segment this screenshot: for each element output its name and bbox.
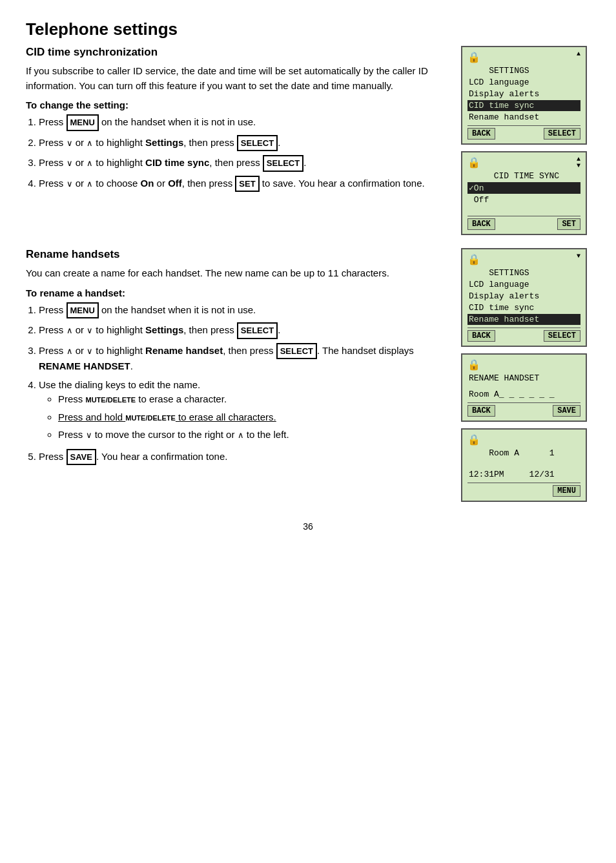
scroll-arrows-3: ▼ xyxy=(577,253,580,260)
rename-text-content: Rename handsets You can create a name fo… xyxy=(26,248,448,502)
cid-steps-list: Press MENU on the handset when it is not… xyxy=(26,114,448,192)
settings-bold-2: Settings xyxy=(145,324,183,335)
scroll-down-2: ▼ xyxy=(577,163,580,169)
rename-screen-2-softkeys: BACK SAVE xyxy=(467,402,580,417)
phone-icon-4: 🔒 xyxy=(467,359,480,371)
cid-heading: CID time synchronization xyxy=(26,46,448,59)
rename-screens: 🔒 ▼ SETTINGS LCD language Display alerts… xyxy=(461,248,590,502)
select-key-2: SELECT xyxy=(263,155,303,172)
menu-softkey: MENU xyxy=(553,485,580,497)
rename-handset-display: RENAME HANDSET xyxy=(39,360,130,371)
arrow-up-4: ∧ xyxy=(67,324,73,337)
select-softkey-1: SELECT xyxy=(544,128,580,140)
arrow-down-1: ∨ xyxy=(67,137,73,150)
menu-key-2: MENU xyxy=(67,302,99,319)
select-key-1: SELECT xyxy=(237,135,278,152)
phone-icon-3: 🔒 xyxy=(467,253,480,266)
cid-screen-1-header: 🔒 ▲ xyxy=(467,51,580,64)
phone-icon-2: 🔒 xyxy=(467,156,480,169)
scroll-down-3: ▼ xyxy=(577,253,580,260)
phone-icon-5: 🔒 xyxy=(467,433,480,446)
rename-screen3-name: Room A 1 xyxy=(467,448,580,459)
menu-key-1: MENU xyxy=(67,114,99,131)
rename-screen1-line4: CID time sync xyxy=(467,302,580,313)
rename-sub-heading: To rename a handset: xyxy=(26,287,448,298)
rename-heading: Rename handsets xyxy=(26,248,448,261)
cid-screen-2-header: 🔒 ▲ ▼ xyxy=(467,156,580,169)
cid-section: CID time synchronization If you subscrib… xyxy=(26,46,590,235)
arrow-down-2: ∨ xyxy=(67,157,73,170)
cid-screens: 🔒 ▲ SETTINGS LCD language Display alerts… xyxy=(461,46,590,235)
screen1-line5: Rename handset xyxy=(467,112,580,123)
cid-screen-2-softkeys: BACK SET xyxy=(467,216,580,230)
set-key: SET xyxy=(235,176,259,192)
rename-bullet-1: Press MUTE/DELETE to erase a character. xyxy=(58,392,448,407)
page-title: Telephone settings xyxy=(26,19,590,39)
cid-screen-2: 🔒 ▲ ▼ CID TIME SYNC ✓On Off BACK SET xyxy=(461,151,587,235)
rename-screen1-line3: Display alerts xyxy=(467,291,580,302)
rename-step-5: Press SAVE. You hear a confirmation tone… xyxy=(39,449,448,466)
rename-handset-bold: Rename handset xyxy=(145,345,223,356)
cid-step-2: Press ∨ or ∧ to highlight Settings, then… xyxy=(39,135,448,152)
select-softkey-2: SELECT xyxy=(544,330,580,342)
select-key-4: SELECT xyxy=(276,343,317,360)
arrow-down-3: ∨ xyxy=(67,178,73,191)
rename-bullet-2: Press and hold MUTE/DELETE to erase all … xyxy=(58,410,448,425)
cid-step-3: Press ∨ or ∧ to highlight CID time sync,… xyxy=(39,155,448,172)
back-softkey-4: BACK xyxy=(467,405,495,417)
rename-screen-2: 🔒 RENAME HANDSET Room A_ _ _ _ _ _ BACK … xyxy=(461,353,587,422)
scroll-up-1: ▲ xyxy=(577,51,580,57)
mute-delete-key-2: MUTE/DELETE xyxy=(125,413,176,424)
back-softkey-2: BACK xyxy=(467,218,495,230)
save-softkey: SAVE xyxy=(553,405,580,417)
rename-screen1-line5-highlighted: Rename handset xyxy=(467,314,580,325)
rename-section: Rename handsets You can create a name fo… xyxy=(26,248,590,502)
screen2-off: Off xyxy=(467,194,580,205)
rename-screen-3-header: 🔒 xyxy=(467,433,580,446)
cid-screen-1: 🔒 ▲ SETTINGS LCD language Display alerts… xyxy=(461,46,587,145)
set-softkey: SET xyxy=(557,218,580,230)
rename-steps-list: Press MENU on the handset when it is not… xyxy=(26,302,448,466)
arrow-up-1: ∧ xyxy=(87,137,93,150)
arrow-down-4: ∨ xyxy=(87,324,93,337)
cid-step-1: Press MENU on the handset when it is not… xyxy=(39,114,448,131)
rename-screen3-time: 12:31PM 12/31 xyxy=(467,469,580,480)
scroll-arrows-1: ▲ xyxy=(577,51,580,57)
rename-screen-3-softkeys: MENU xyxy=(467,483,580,497)
rename-step-4: Use the dialing keys to edit the name. P… xyxy=(39,378,448,442)
arrow-up-5: ∧ xyxy=(67,345,73,358)
screen2-title: CID TIME SYNC xyxy=(467,171,580,182)
off-bold: Off xyxy=(168,178,182,189)
rename-screen1-line2: LCD language xyxy=(467,279,580,290)
save-key: SAVE xyxy=(67,449,96,466)
rename-step-2: Press ∧ or ∨ to highlight Settings, then… xyxy=(39,322,448,339)
back-softkey-1: BACK xyxy=(467,128,495,140)
screen1-line4-highlighted: CID time sync xyxy=(467,100,580,111)
cid-step-4: Press ∨ or ∧ to choose On or Off, then p… xyxy=(39,176,448,192)
arrow-down-6: ∨ xyxy=(86,429,92,442)
cid-description: If you subscribe to caller ID service, t… xyxy=(26,64,448,93)
cid-sync-bold: CID time sync xyxy=(145,157,209,168)
rename-screen-1: 🔒 ▼ SETTINGS LCD language Display alerts… xyxy=(461,248,587,347)
rename-bullet-3: Press ∨ to move the cursor to the right … xyxy=(58,428,448,442)
arrow-down-5: ∨ xyxy=(87,345,93,358)
mute-delete-key-1: MUTE/DELETE xyxy=(86,395,136,406)
rename-screen-2-header: 🔒 xyxy=(467,359,580,371)
cid-sub-heading: To change the setting: xyxy=(26,99,448,110)
arrow-up-3: ∧ xyxy=(87,178,93,191)
arrow-up-2: ∧ xyxy=(87,157,93,170)
screen1-line2: LCD language xyxy=(467,77,580,88)
rename-screen-1-header: 🔒 ▼ xyxy=(467,253,580,266)
cid-screen-1-softkeys: BACK SELECT xyxy=(467,125,580,140)
cid-text-content: CID time synchronization If you subscrib… xyxy=(26,46,448,235)
screen1-line3: Display alerts xyxy=(467,88,580,99)
screen2-on-highlighted: ✓On xyxy=(467,182,580,194)
rename-screen-3: 🔒 Room A 1 12:31PM 12/31 MENU xyxy=(461,428,587,502)
rename-description: You can create a name for each handset. … xyxy=(26,266,448,281)
on-bold: On xyxy=(141,178,154,189)
arrow-up-6: ∧ xyxy=(238,429,244,442)
rename-screen1-line1: SETTINGS xyxy=(467,267,580,278)
rename-step-3: Press ∧ or ∨ to highlight Rename handset… xyxy=(39,343,448,374)
rename-screen-1-softkeys: BACK SELECT xyxy=(467,328,580,342)
rename-screen2-title: RENAME HANDSET xyxy=(467,373,580,384)
